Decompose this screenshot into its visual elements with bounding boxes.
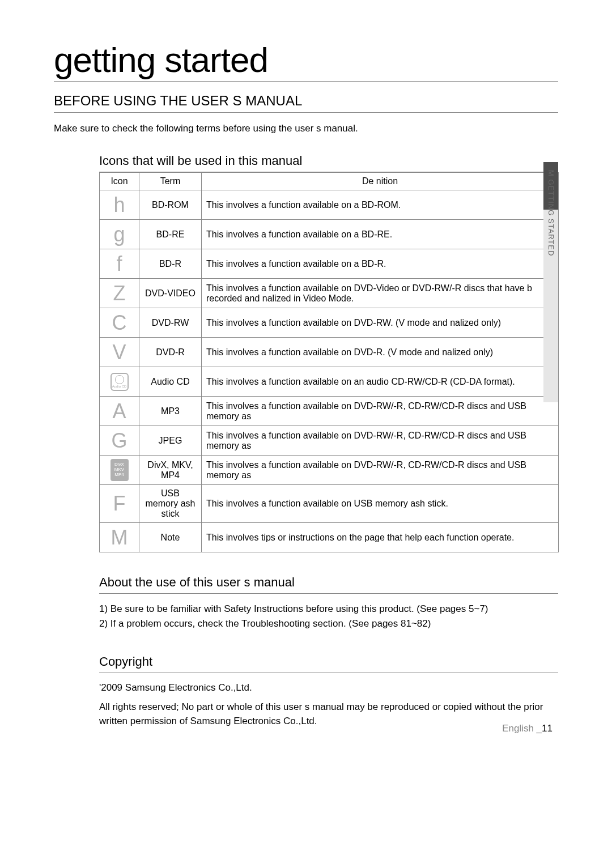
audio-cd-icon: Audio CD <box>110 373 129 391</box>
table-row: gBD-REThis involves a function available… <box>100 220 559 249</box>
definition-cell: This involves a function available on US… <box>202 485 559 523</box>
icon-cell: G <box>100 426 139 456</box>
table-row: GJPEGThis involves a function available … <box>100 426 559 456</box>
about-list: 1) Be sure to be familiar with Safety In… <box>99 602 558 632</box>
icons-subtitle: Icons that will be used in this manual <box>99 154 558 172</box>
term-cell: MP3 <box>139 397 202 426</box>
icon-cell: C <box>100 308 139 338</box>
copyright-text: '2009 Samsung Electronics Co.,Ltd.All ri… <box>99 681 558 729</box>
th-icon: Icon <box>100 173 139 190</box>
table-row: MNoteThis involves tips or instructions … <box>100 523 559 552</box>
list-item: 1) Be sure to be familiar with Safety In… <box>99 602 558 616</box>
definition-cell: This involves a function available on an… <box>202 367 559 397</box>
definition-cell: This involves a function available on DV… <box>202 397 559 426</box>
icon-cell: g <box>100 220 139 249</box>
icon-cell: Z <box>100 279 139 308</box>
definition-cell: This involves a function available on DV… <box>202 308 559 338</box>
about-subtitle: About the use of this user s manual <box>99 575 558 594</box>
term-cell: Audio CD <box>139 367 202 397</box>
definition-cell: This involves tips or instructions on th… <box>202 523 559 552</box>
side-tab-label: M GETTING STARTED <box>547 170 555 256</box>
table-row: DivXMKVMP4DivX, MKV, MP4This involves a … <box>100 456 559 485</box>
icon-cell: V <box>100 338 139 367</box>
icon-cell: M <box>100 523 139 552</box>
term-cell: DVD-RW <box>139 308 202 338</box>
footer-page-number: 11 <box>542 723 552 734</box>
table-row: ZDVD-VIDEOThis involves a function avail… <box>100 279 559 308</box>
glyph-icon: h <box>113 195 125 215</box>
term-cell: DVD-VIDEO <box>139 279 202 308</box>
glyph-icon: M <box>111 527 128 548</box>
page-title: getting started <box>54 40 558 82</box>
definition-cell: This involves a function available on a … <box>202 190 559 220</box>
definition-cell: This involves a function available on DV… <box>202 456 559 485</box>
definition-cell: This involves a function available on DV… <box>202 279 559 308</box>
divx-badge-icon: DivXMKVMP4 <box>110 459 129 480</box>
term-cell: DivX, MKV, MP4 <box>139 456 202 485</box>
table-row: fBD-RThis involves a function available … <box>100 249 559 279</box>
icon-cell: h <box>100 190 139 220</box>
glyph-icon: F <box>113 493 126 514</box>
list-item: 2) If a problem occurs, check the Troubl… <box>99 616 558 631</box>
table-row: FUSB memory ash stickThis involves a fun… <box>100 485 559 523</box>
table-row: VDVD-RThis involves a function available… <box>100 338 559 367</box>
glyph-icon: V <box>112 342 126 363</box>
definition-cell: This involves a function available on DV… <box>202 338 559 367</box>
page-footer: English _11 <box>502 723 552 734</box>
icon-cell: f <box>100 249 139 279</box>
copyright-line: All rights reserved; No part or whole of… <box>99 700 558 728</box>
definition-cell: This involves a function available on a … <box>202 249 559 279</box>
glyph-icon: G <box>111 431 127 451</box>
table-row: Audio CDAudio CDThis involves a function… <box>100 367 559 397</box>
icon-cell: Audio CD <box>100 367 139 397</box>
term-cell: DVD-R <box>139 338 202 367</box>
intro-text: Make sure to check the following terms b… <box>54 123 558 134</box>
definition-cell: This involves a function available on DV… <box>202 426 559 456</box>
icon-cell: DivXMKVMP4 <box>100 456 139 485</box>
th-definition: De nition <box>202 173 559 190</box>
manual-page: getting started BEFORE USING THE USER S … <box>0 0 612 768</box>
section-title: BEFORE USING THE USER S MANUAL <box>54 93 558 113</box>
term-cell: Note <box>139 523 202 552</box>
definition-cell: This involves a function available on a … <box>202 220 559 249</box>
icon-cell: F <box>100 485 139 523</box>
table-row: hBD-ROMThis involves a function availabl… <box>100 190 559 220</box>
term-cell: USB memory ash stick <box>139 485 202 523</box>
glyph-icon: Z <box>113 283 126 304</box>
table-row: CDVD-RWThis involves a function availabl… <box>100 308 559 338</box>
term-cell: JPEG <box>139 426 202 456</box>
copyright-subtitle: Copyright <box>99 654 558 673</box>
glyph-icon: C <box>112 313 127 333</box>
glyph-icon: A <box>112 401 126 422</box>
glyph-icon: g <box>113 224 125 245</box>
table-row: AMP3This involves a function available o… <box>100 397 559 426</box>
term-cell: BD-RE <box>139 220 202 249</box>
icon-cell: A <box>100 397 139 426</box>
table-header-row: Icon Term De nition <box>100 173 559 190</box>
footer-lang: English _ <box>502 723 542 734</box>
glyph-icon: f <box>116 254 122 274</box>
term-cell: BD-R <box>139 249 202 279</box>
icons-table: Icon Term De nition hBD-ROMThis involves… <box>99 172 559 552</box>
th-term: Term <box>139 173 202 190</box>
term-cell: BD-ROM <box>139 190 202 220</box>
copyright-line: '2009 Samsung Electronics Co.,Ltd. <box>99 681 558 695</box>
